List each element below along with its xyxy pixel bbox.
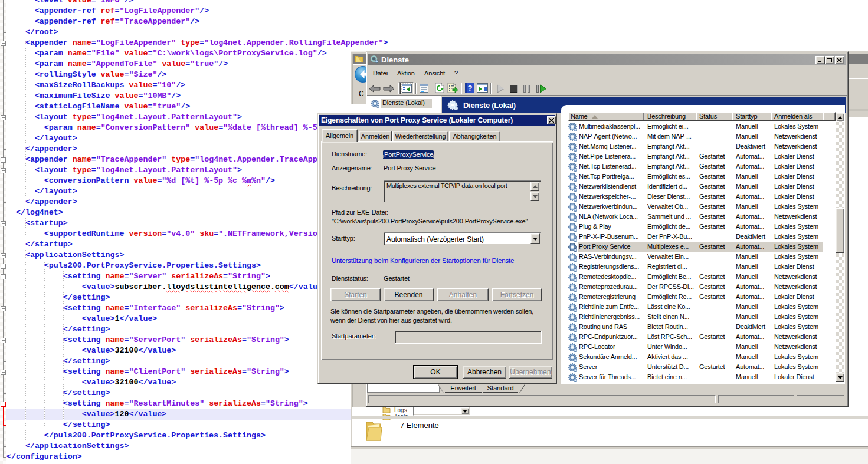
svg-text:?: ? [468,84,473,93]
